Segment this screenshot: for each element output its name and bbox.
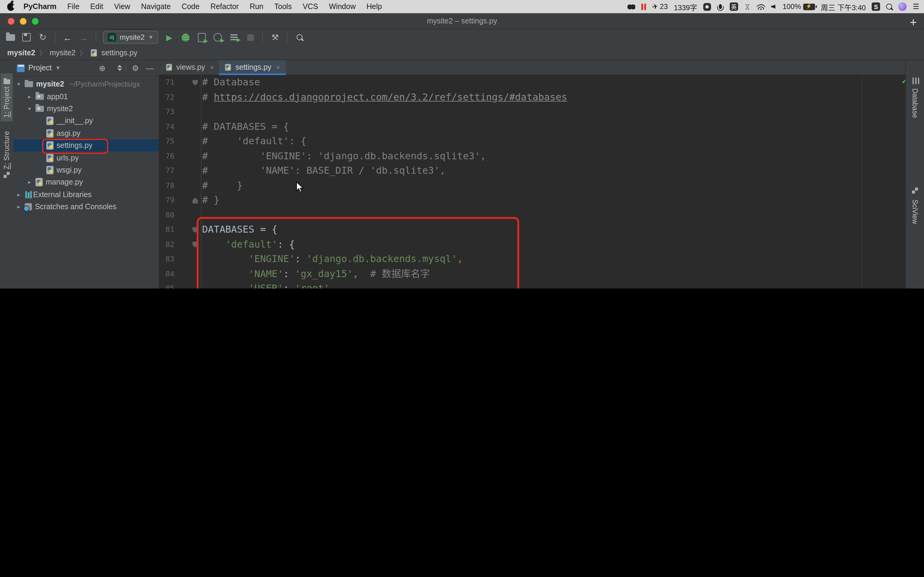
- tree-item-wsgi-py[interactable]: wsgi.py: [13, 164, 159, 176]
- concurrency-diagram-button[interactable]: [229, 31, 240, 43]
- input-language-indicator[interactable]: 英: [730, 2, 738, 11]
- code-text: DATABASES = {: [202, 222, 277, 237]
- save-all-button[interactable]: [21, 31, 32, 43]
- menubar-clock[interactable]: 周三 下午3:40: [821, 2, 866, 12]
- menu-code[interactable]: Code: [176, 2, 205, 11]
- breadcrumb-file[interactable]: settings.py: [101, 48, 137, 57]
- control-center-icon[interactable]: ☰: [913, 2, 919, 11]
- code-line-77[interactable]: 77# 'NAME': BASE_DIR / 'db.sqlite3',: [159, 163, 906, 178]
- forward-button[interactable]: →: [78, 31, 89, 43]
- settings-wrench-icon[interactable]: ⚒: [270, 31, 281, 43]
- code-line-72[interactable]: 72# https://docs.djangoproject.com/en/3.…: [159, 90, 906, 105]
- bluetooth-icon[interactable]: ⋈: [743, 3, 751, 10]
- menu-pycharm[interactable]: PyCharm: [18, 2, 62, 11]
- code-line-78[interactable]: 78# }: [159, 178, 906, 193]
- code-line-71[interactable]: 71# Database: [159, 75, 906, 90]
- wifi-icon[interactable]: [757, 3, 765, 10]
- menu-refactor[interactable]: Refactor: [205, 2, 244, 11]
- menu-navigate[interactable]: Navigate: [136, 2, 176, 11]
- chevron-right-icon[interactable]: ▸: [26, 179, 32, 185]
- tree-item-mysite2[interactable]: ▾mysite2: [13, 103, 159, 115]
- menu-file[interactable]: File: [62, 2, 85, 11]
- sync-button[interactable]: ↻: [37, 31, 48, 43]
- tree-item-external-libraries[interactable]: ▸External Libraries: [13, 189, 159, 201]
- dingtalk-menu-item[interactable]: ✈23: [652, 2, 668, 11]
- stop-button[interactable]: [245, 31, 256, 43]
- panel-settings-gear-icon[interactable]: ⚙: [130, 63, 141, 73]
- chevron-down-icon[interactable]: ▾: [26, 106, 32, 112]
- breadcrumb-project[interactable]: mysite2: [7, 48, 35, 57]
- close-icon[interactable]: ×: [210, 64, 214, 71]
- tool-button-structure[interactable]: Z: Structure: [1, 131, 13, 180]
- code-line-80[interactable]: 80: [159, 208, 906, 222]
- code-line-75[interactable]: 75# 'default': {: [159, 134, 906, 149]
- code-line-81[interactable]: 81DATABASES = {: [159, 222, 906, 237]
- tab-settings-py[interactable]: settings.py×: [219, 60, 286, 74]
- tree-item--init-py[interactable]: __init__.py: [13, 115, 159, 127]
- apple-menu-icon[interactable]: [7, 3, 15, 11]
- back-button[interactable]: ←: [62, 31, 73, 43]
- sogou-input-icon[interactable]: S: [872, 2, 880, 11]
- window-titlebar[interactable]: mysite2 – settings.py: [0, 13, 924, 29]
- fold-marker-icon[interactable]: [192, 227, 198, 233]
- menu-edit[interactable]: Edit: [85, 2, 108, 11]
- code-line-76[interactable]: 76# 'ENGINE': 'django.db.backends.sqlite…: [159, 149, 906, 163]
- tree-item-asgi-py[interactable]: asgi.py: [13, 127, 159, 139]
- tree-item-urls-py[interactable]: urls.py: [13, 152, 159, 164]
- menu-run[interactable]: Run: [244, 2, 269, 11]
- hide-panel-button[interactable]: —: [144, 63, 155, 73]
- tool-button-project[interactable]: 1: Project: [1, 73, 13, 121]
- tree-item-scratches-and-consoles[interactable]: ▸Scratches and Consoles: [13, 201, 159, 213]
- volume-icon[interactable]: [771, 5, 775, 9]
- tool-button-sciview[interactable]: SciView: [906, 185, 924, 224]
- code-line-79[interactable]: 79# }: [159, 193, 906, 208]
- menu-window[interactable]: Window: [324, 2, 361, 11]
- menu-help[interactable]: Help: [361, 2, 388, 11]
- code-line-74[interactable]: 74# DATABASES = {: [159, 119, 906, 134]
- inspection-ok-icon[interactable]: ✔✔: [902, 77, 902, 85]
- siri-icon[interactable]: [898, 2, 906, 11]
- tree-item-mysite2[interactable]: ▾mysite2~/PycharmProjects/gx: [13, 78, 159, 90]
- chevron-right-icon[interactable]: ▸: [16, 204, 22, 210]
- tree-item-settings-py[interactable]: settings.py: [13, 139, 159, 152]
- spotlight-search-icon[interactable]: [886, 3, 892, 10]
- open-button[interactable]: [5, 31, 16, 43]
- fold-marker-icon[interactable]: [192, 80, 198, 85]
- debug-button[interactable]: [180, 31, 191, 43]
- code-line-83[interactable]: 83 'ENGINE': 'django.db.backends.mysql',: [159, 252, 906, 267]
- tree-item-manage-py[interactable]: ▸manage.py: [13, 176, 159, 189]
- microphone-icon[interactable]: [719, 4, 722, 9]
- chevron-right-icon[interactable]: ▸: [16, 192, 22, 197]
- run-with-coverage-button[interactable]: [196, 31, 207, 43]
- run-button[interactable]: ▶: [164, 31, 175, 43]
- tree-item-app01[interactable]: ▸app01: [13, 90, 159, 103]
- tool-button-database[interactable]: Database: [906, 77, 924, 118]
- locate-file-button[interactable]: ⊕: [97, 63, 108, 73]
- code-line-84[interactable]: 84 'NAME': 'gx_day15', # 数据库名字: [159, 267, 906, 281]
- search-everywhere-button[interactable]: [294, 31, 305, 43]
- profiler-button[interactable]: [213, 31, 223, 43]
- run-configuration-select[interactable]: dj mysite2 ▼: [103, 31, 158, 44]
- pause-icon[interactable]: [641, 3, 646, 10]
- chevron-down-icon[interactable]: ▾: [16, 81, 22, 87]
- menu-vcs[interactable]: VCS: [297, 2, 323, 11]
- code-editor[interactable]: 71# Database72# https://docs.djangoproje…: [159, 75, 906, 288]
- fold-marker-icon[interactable]: [192, 197, 198, 203]
- scratch-icon: [25, 203, 32, 210]
- code-line-85[interactable]: 85 'USER': 'root',: [159, 281, 906, 288]
- code-line-82[interactable]: 82 'default': {: [159, 237, 906, 252]
- close-icon[interactable]: ×: [276, 64, 280, 71]
- fold-marker-icon[interactable]: [192, 242, 198, 248]
- battery-indicator[interactable]: 100%⚡: [783, 2, 815, 11]
- word-count[interactable]: 1339字: [674, 2, 697, 12]
- menu-view[interactable]: View: [108, 2, 136, 11]
- menu-extra-icon[interactable]: [627, 3, 635, 10]
- tab-views-py[interactable]: views.py×: [160, 60, 219, 74]
- toolbar-divider: [287, 32, 288, 42]
- code-line-73[interactable]: 73: [159, 105, 906, 119]
- project-view-selector[interactable]: Project: [28, 64, 52, 72]
- breadcrumb-package[interactable]: mysite2: [50, 48, 76, 57]
- typing-app-icon[interactable]: ☻: [703, 3, 711, 11]
- menu-tools[interactable]: Tools: [269, 2, 297, 11]
- chevron-right-icon[interactable]: ▸: [26, 93, 32, 100]
